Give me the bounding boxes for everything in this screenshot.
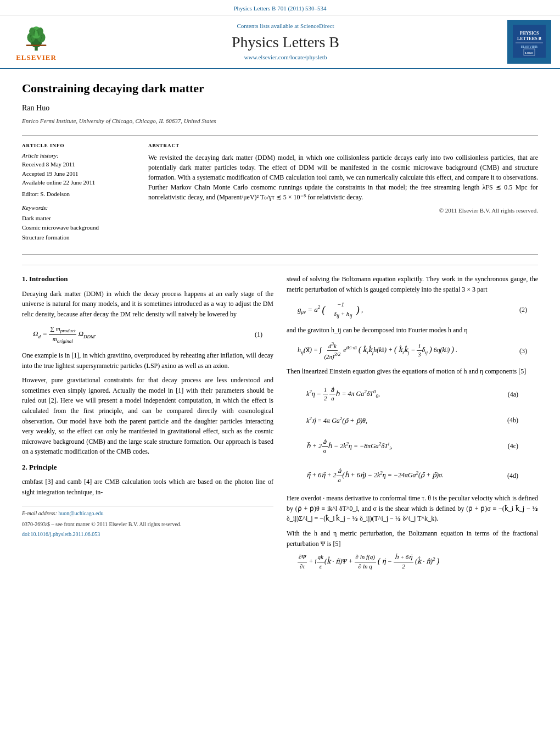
doi-link[interactable]: doi:10.1016/j.physletb.2011.06.053 — [22, 531, 100, 537]
right-col-text3: Then linearized Einstein equation gives … — [287, 366, 538, 377]
eq4d: η̈ + 6η̈ + 2ȧa(ḣ + 6η̇) − 2k2η = −24πGa2… — [306, 467, 444, 484]
banner-middle: Contents lists available at ScienceDirec… — [72, 22, 499, 62]
section1-para2: One example is in [1], in which gravitin… — [22, 350, 273, 371]
article-meta: ARTICLE INFO Article history: Received 8… — [22, 135, 538, 255]
elsevier-logo: ELSEVIER — [9, 21, 64, 63]
eq4d-block: η̈ + 6η̈ + 2ȧa(ḣ + 6η̇) − 2k2η = −24πGa2… — [306, 464, 518, 488]
eq4b: k2η̇ = 4π Ga2(ρ̄ + p̄)θ, — [306, 415, 367, 426]
right-column: stead of solving the Boltzmann equation … — [287, 274, 538, 576]
svg-rect-7 — [26, 44, 47, 46]
journal-url: www.elsevier.com/locate/physletb — [72, 53, 499, 62]
section1-para1: Decaying dark matter (DDM) in which the … — [22, 289, 273, 320]
footnote-email: E-mail address: huon@uchicago.edu — [22, 510, 273, 517]
section2-title: 2. Principle — [22, 462, 273, 472]
sciencedirect-anchor[interactable]: ScienceDirect — [300, 23, 334, 29]
abstract-text: We revisited the decaying dark matter (D… — [148, 153, 538, 202]
section2-para1: cmbfast [3] and camb [4] are CMB calcula… — [22, 477, 273, 497]
keywords-content: Dark matter Cosmic microwave background … — [22, 214, 132, 243]
article-author: Ran Huo — [22, 103, 538, 114]
plb-logo: PHYSICS LETTERS B ELSEVIER LOGO — [507, 20, 551, 64]
eq2-number: (2) — [519, 305, 527, 315]
equation-1: Ωd = ∑ mproduct moriginal ΩDDM. — [33, 325, 97, 345]
two-column-layout: 1. Introduction Decaying dark matter (DD… — [22, 274, 538, 576]
right-col-text4: Here overdot · means derivative to confo… — [287, 493, 538, 524]
eq4c: ḧ + 2ȧaḣ − 2k2η = −8πGa2δTii, — [306, 438, 393, 455]
article-title: Constraining decaying dark matter — [22, 80, 538, 97]
svg-text:LETTERS B: LETTERS B — [517, 36, 542, 41]
footnote-bottom: 0370-2693/$ – see front matter © 2011 El… — [22, 521, 273, 528]
keywords-section: Keywords: Dark matter Cosmic microwave b… — [22, 204, 132, 242]
article-content: Constraining decaying dark matter Ran Hu… — [0, 69, 560, 587]
left-column: 1. Introduction Decaying dark matter (DD… — [22, 274, 273, 576]
eq4a-number: (4a) — [508, 390, 518, 399]
boltzmann-eq-block: ∂Ψ∂τ + iqkε(k̂ · n̂)Ψ + ∂ ln f(q)∂ ln q … — [298, 553, 527, 571]
boltzmann-eq: ∂Ψ∂τ + iqkε(k̂ · n̂)Ψ + ∂ ln f(q)∂ ln q … — [298, 553, 439, 571]
article-info: ARTICLE INFO Article history: Received 8… — [22, 142, 132, 248]
footnote-area: E-mail address: huon@uchicago.edu 0370-2… — [22, 506, 273, 538]
right-col-text1: stead of solving the Boltzmann equation … — [287, 274, 538, 294]
sciencedirect-link: Contents lists available at ScienceDirec… — [72, 22, 499, 30]
svg-text:LOGO: LOGO — [525, 52, 533, 54]
elsevier-tree-icon — [20, 21, 53, 52]
eq4a: k2η − 12 ȧaḣ = 4π Ga2δT00, — [306, 386, 380, 403]
eq4c-block: ḧ + 2ȧaḣ − 2k2η = −8πGa2δTii, (4c) — [306, 434, 518, 459]
svg-text:ELSEVIER: ELSEVIER — [521, 45, 538, 48]
equation-2: gμν = a2 ( −1 δij + hij ) , — [298, 300, 363, 320]
history-label: Article history: Received 8 May 2011 Acc… — [22, 151, 132, 199]
abstract-section: ABSTRACT We revisited the decaying dark … — [148, 142, 538, 248]
eq4b-number: (4b) — [507, 416, 518, 425]
eq4a-block: k2η − 12 ȧaḣ = 4π Ga2δT00, (4a) — [306, 382, 518, 406]
email-link[interactable]: huon@uchicago.edu — [58, 510, 103, 516]
top-banner: ELSEVIER Contents lists available at Sci… — [0, 15, 560, 69]
equation-4-group: k2η − 12 ȧaḣ = 4π Ga2δT00, (4a) k2η̇ = 4… — [295, 382, 529, 488]
eq3-fraction: d3k (2π)3/2 — [323, 341, 341, 361]
right-col-text5: With the h and η metric perturbation, th… — [287, 528, 538, 549]
content-divider — [22, 265, 538, 265]
doi-line: doi:10.1016/j.physletb.2011.06.053 — [22, 531, 273, 538]
equation-1-block: Ωd = ∑ mproduct moriginal ΩDDM. (1) — [33, 325, 262, 345]
article-affiliation: Enrico Fermi Institute, University of Ch… — [22, 117, 538, 125]
right-col-text2: and the graviton h_ij can be decomposed … — [287, 325, 538, 336]
history-section: Article history: Received 8 May 2011 Acc… — [22, 151, 132, 199]
eq1-fraction: ∑ mproduct moriginal — [49, 325, 76, 345]
section1-para3: However, pure gravitational constraints … — [22, 375, 273, 457]
eq4b-block: k2η̇ = 4π Ga2(ρ̄ + p̄)θ, (4b) — [306, 412, 518, 429]
eq4d-number: (4d) — [507, 471, 518, 481]
plb-logo-text: PHYSICS LETTERS B ELSEVIER LOGO — [513, 25, 546, 59]
eq1-number: (1) — [255, 330, 262, 339]
elsevier-wordmark: ELSEVIER — [16, 53, 57, 63]
equation-3-block: hij(x⃗) = ∫ d3k (2π)3/2 eik⃗·x⃗ ( k̂ik̂j… — [298, 341, 527, 361]
journal-header-citation: Physics Letters B 701 (2011) 530–534 — [0, 0, 560, 15]
section1-title: 1. Introduction — [22, 274, 273, 284]
eq4c-number: (4c) — [508, 442, 518, 451]
svg-text:PHYSICS: PHYSICS — [520, 31, 539, 36]
abstract-label: ABSTRACT — [148, 142, 538, 149]
article-info-label: ARTICLE INFO — [22, 142, 132, 149]
copyright-line: © 2011 Elsevier B.V. All rights reserved… — [148, 207, 538, 215]
equation-2-block: gμν = a2 ( −1 δij + hij ) , (2) — [298, 300, 527, 320]
keywords-label: Keywords: — [22, 204, 132, 212]
eq3-number: (3) — [519, 347, 527, 356]
journal-title-banner: Physics Letters B — [72, 33, 499, 52]
journal-url-anchor[interactable]: www.elsevier.com/locate/physletb — [244, 54, 327, 60]
equation-3: hij(x⃗) = ∫ d3k (2π)3/2 eik⃗·x⃗ ( k̂ik̂j… — [298, 341, 457, 361]
